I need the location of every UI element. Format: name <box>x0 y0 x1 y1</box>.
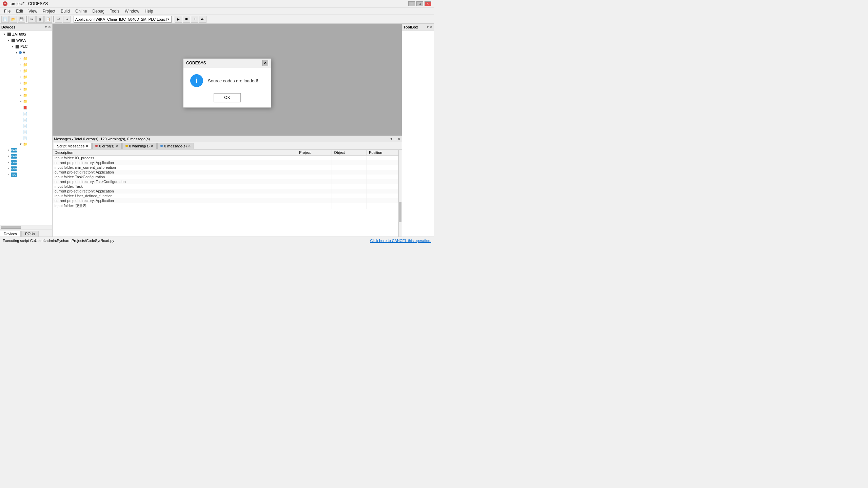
warnings-close[interactable]: ✕ <box>151 144 154 148</box>
tree-node-can-2[interactable]: + CAN <box>0 153 52 159</box>
expand-app[interactable]: ▼ <box>15 51 18 54</box>
tree-node-folder-3[interactable]: + 📁 <box>0 68 52 74</box>
menu-help[interactable]: Help <box>142 8 156 14</box>
errors-close[interactable]: ✕ <box>116 144 119 148</box>
menu-file[interactable]: File <box>1 8 13 14</box>
expand-folder-sub[interactable]: ▼ <box>19 142 22 146</box>
messages-scrollbar-thumb[interactable] <box>399 202 401 222</box>
tab-warnings[interactable]: 0 warning(s) ✕ <box>122 143 157 149</box>
tree-node-app[interactable]: ▼ A <box>0 49 52 56</box>
expand-folder-1[interactable]: + <box>19 57 22 60</box>
script-messages-label: Script Messages <box>57 144 84 148</box>
messages-table: Description Project Object Position inpu… <box>53 150 402 209</box>
tree-node-folder-6[interactable]: + 📁 <box>0 86 52 92</box>
toolbar-cut[interactable]: ✂ <box>28 16 36 23</box>
folder-icon-5: 📁 <box>23 81 28 85</box>
toolbar-btn-5[interactable]: ▶ <box>175 16 182 23</box>
folder-icon-4: 📁 <box>23 75 28 79</box>
toolbar-copy[interactable]: ⎘ <box>36 16 44 23</box>
tab-devices[interactable]: Devices <box>0 231 21 237</box>
tree-node-doc-1[interactable]: 📄 <box>0 110 52 117</box>
expand-folder-8[interactable]: + <box>19 100 22 103</box>
tree-node-folder-1[interactable]: + 📁 <box>0 56 52 62</box>
expand-plc[interactable]: ▼ <box>11 45 14 48</box>
tree-node-folder-4[interactable]: + 📁 <box>0 74 52 80</box>
toolbox-pin-button[interactable]: ▼ <box>426 25 429 29</box>
expand-folder-3[interactable]: + <box>19 69 22 73</box>
expand-folder-5[interactable]: + <box>19 81 22 85</box>
tree-node-folder-sub[interactable]: ▼ 📁 <box>0 141 52 147</box>
expand-can-4[interactable]: + <box>7 167 10 170</box>
dialog-close-button[interactable]: ✕ <box>262 60 268 66</box>
script-messages-close[interactable]: ✕ <box>86 144 88 148</box>
expand-folder-6[interactable]: + <box>19 87 22 91</box>
tree-node-book[interactable]: 📕 <box>0 104 52 110</box>
panel-close-button[interactable]: ✕ <box>48 25 51 29</box>
scrollbar-thumb[interactable] <box>1 226 21 229</box>
expand-wika[interactable]: ▼ <box>7 39 10 42</box>
menu-tools[interactable]: Tools <box>107 8 122 14</box>
tab-errors[interactable]: 0 error(s) ✕ <box>92 143 121 149</box>
tree-node-plc[interactable]: ▼ ⬛ PLC <box>0 43 52 49</box>
tab-script-messages[interactable]: Script Messages ✕ <box>54 143 92 149</box>
toolbar-paste[interactable]: 📋 <box>44 16 52 23</box>
tree-node-can-1[interactable]: + CAN <box>0 147 52 153</box>
minimize-button[interactable]: ─ <box>408 1 415 6</box>
message-row-4: input folder: TaskConfiguration <box>53 175 402 179</box>
message-cell-object-4 <box>332 175 367 179</box>
expand-imc[interactable]: + <box>7 173 10 176</box>
tree-node-doc-4[interactable]: 📄 <box>0 129 52 135</box>
menu-debug[interactable]: Debug <box>90 8 107 14</box>
expand-folder-4[interactable]: + <box>19 75 22 79</box>
toolbox-close-button[interactable]: ✕ <box>430 25 433 29</box>
app-circle-icon <box>19 51 22 54</box>
menu-window[interactable]: Window <box>122 8 142 14</box>
expand-can-2[interactable]: + <box>7 155 10 158</box>
application-dropdown[interactable]: Application [WIKA_China_IMCT5040D_2M: PL… <box>74 16 172 23</box>
menu-project[interactable]: Project <box>40 8 58 14</box>
menu-view[interactable]: View <box>26 8 40 14</box>
menu-online[interactable]: Online <box>73 8 90 14</box>
toolbar-redo[interactable]: ↪ <box>63 16 71 23</box>
tree-node-can-4[interactable]: + CAN <box>0 165 52 171</box>
dialog-ok-button[interactable]: OK <box>214 93 241 102</box>
tree-node-folder-5[interactable]: + 📁 <box>0 80 52 86</box>
close-window-button[interactable]: ✕ <box>425 1 431 6</box>
tree-node-doc-3[interactable]: 📄 <box>0 123 52 129</box>
tree-node-can-3[interactable]: + CAN <box>0 159 52 165</box>
errors-label: 0 error(s) <box>99 144 114 148</box>
maximize-button[interactable]: □ <box>416 1 423 6</box>
toolbar-open[interactable]: 📂 <box>9 16 17 23</box>
expand-can-1[interactable]: + <box>7 148 10 152</box>
message-row-2: input folder: min_current_calibreation <box>53 165 402 170</box>
toolbar-btn-7[interactable]: ⏸ <box>191 16 198 23</box>
menu-edit[interactable]: Edit <box>13 8 26 14</box>
status-cancel-link[interactable]: Click here to CANCEL this operation. <box>370 239 431 243</box>
menu-build[interactable]: Build <box>58 8 73 14</box>
message-row-1: current project directory: Application <box>53 160 402 165</box>
toolbar-save[interactable]: 💾 <box>18 16 25 23</box>
tree-node-folder-8[interactable]: + 📁 <box>0 98 52 104</box>
tree-node-zat600[interactable]: ▼ ⬛ ZAT600( <box>0 31 52 37</box>
toolbar-undo[interactable]: ↩ <box>55 16 62 23</box>
tree-node-folder-7[interactable]: + 📁 <box>0 92 52 98</box>
message-cell-object-7 <box>332 189 367 194</box>
tree-node-folder-2[interactable]: + 📁 <box>0 62 52 68</box>
panel-pin-button[interactable]: ▼ <box>44 25 47 29</box>
expand-zat600[interactable]: ▼ <box>3 33 6 36</box>
expand-folder-7[interactable]: + <box>19 94 22 97</box>
expand-can-3[interactable]: + <box>7 161 10 164</box>
tree-node-doc-2[interactable]: 📄 <box>0 117 52 123</box>
toolbar-new[interactable]: 📄 <box>1 16 9 23</box>
tree-scrollbar[interactable] <box>0 225 52 229</box>
tab-messages[interactable]: 0 message(s) ✕ <box>157 143 194 149</box>
tree-node-doc-5[interactable]: 📄 <box>0 135 52 141</box>
toolbar-btn-6[interactable]: ⏹ <box>183 16 190 23</box>
tree-node-imc[interactable]: + IMC <box>0 171 52 178</box>
tab-pous[interactable]: POUs <box>21 231 39 237</box>
toolbar-btn-8[interactable]: ⏭ <box>199 16 206 23</box>
expand-folder-2[interactable]: + <box>19 63 22 66</box>
messages-count-close[interactable]: ✕ <box>188 144 191 148</box>
messages-scrollbar[interactable] <box>398 150 402 237</box>
tree-node-wika[interactable]: ▼ ⬛ WIKA <box>0 37 52 43</box>
